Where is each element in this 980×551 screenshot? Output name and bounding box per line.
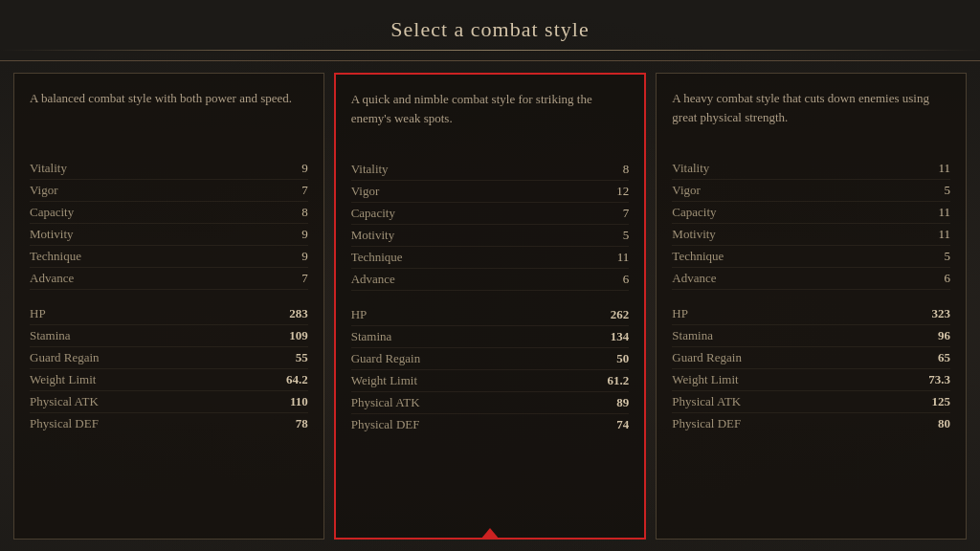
stat-row: Motivity 9	[30, 224, 308, 246]
card-description-balanced: A balanced combat style with both power …	[30, 89, 308, 139]
stat-value: 9	[301, 227, 308, 242]
stat-row: Physical DEF 78	[30, 413, 308, 434]
card-description-heavy: A heavy combat style that cuts down enem…	[672, 89, 950, 139]
stat-row: Vigor 5	[672, 180, 950, 202]
stat-name: Capacity	[351, 206, 395, 221]
stat-name: Technique	[672, 249, 724, 264]
stat-row: Advance 7	[30, 268, 308, 290]
stat-row: Vitality 8	[351, 159, 630, 181]
stat-value: 7	[623, 206, 630, 221]
stat-name: Technique	[30, 249, 81, 264]
stat-value: 8	[623, 162, 630, 177]
stat-name: Stamina	[351, 329, 392, 344]
stat-value: 7	[301, 271, 308, 286]
stat-value: 80	[938, 416, 950, 431]
card-nimble[interactable]: A quick and nimble combat style for stri…	[334, 73, 647, 540]
stat-row: Physical ATK 110	[30, 391, 308, 413]
stat-row: Stamina 134	[351, 326, 630, 348]
stat-name: Weight Limit	[351, 373, 417, 388]
stat-row: Advance 6	[351, 269, 630, 291]
page-header: Select a combat style	[0, 0, 980, 61]
stat-name: Stamina	[672, 328, 713, 343]
stat-row: HP 262	[351, 304, 630, 326]
stat-row: Motivity 5	[351, 225, 630, 247]
stat-row: Guard Regain 55	[30, 347, 308, 369]
header-divider	[0, 50, 980, 51]
stat-name: Motivity	[672, 227, 716, 242]
stat-name: Guard Regain	[351, 351, 421, 366]
stats-section-nimble: Vitality 8 Vigor 12 Capacity 7 Motivity …	[351, 159, 630, 435]
stat-name: Advance	[351, 272, 395, 287]
card-balanced[interactable]: A balanced combat style with both power …	[13, 73, 324, 540]
stat-name: Weight Limit	[672, 372, 738, 387]
stat-value: 109	[289, 328, 308, 343]
stat-value: 9	[301, 249, 308, 264]
stat-name: Physical ATK	[30, 394, 99, 409]
stats-divider	[672, 290, 950, 303]
card-heavy[interactable]: A heavy combat style that cuts down enem…	[656, 73, 967, 540]
stat-row: Vitality 9	[30, 158, 308, 180]
stat-value: 11	[938, 227, 950, 242]
stat-row: Physical DEF 74	[351, 414, 630, 435]
stat-value: 12	[616, 184, 629, 199]
stat-value: 323	[932, 306, 951, 321]
stat-name: HP	[351, 307, 368, 322]
stat-value: 50	[616, 351, 629, 366]
stat-row: Capacity 11	[672, 202, 950, 224]
stat-row: Physical ATK 89	[351, 392, 630, 414]
stat-row: Physical ATK 125	[672, 391, 950, 413]
stat-row: Weight Limit 64.2	[30, 369, 308, 391]
stat-name: Advance	[30, 271, 74, 286]
stat-row: Capacity 7	[351, 203, 630, 225]
stat-name: Motivity	[351, 228, 395, 243]
stat-row: HP 283	[30, 303, 308, 325]
stat-name: Technique	[351, 250, 403, 265]
stat-row: Weight Limit 73.3	[672, 369, 950, 391]
stat-name: Guard Regain	[672, 350, 742, 365]
stats-divider	[351, 291, 630, 304]
card-description-nimble: A quick and nimble combat style for stri…	[351, 90, 630, 140]
stat-value: 11	[938, 161, 950, 176]
page-title: Select a combat style	[0, 17, 980, 42]
page-wrapper: Select a combat style A balanced combat …	[0, 0, 980, 551]
stat-name: Capacity	[672, 205, 716, 220]
stat-value: 125	[932, 394, 951, 409]
stats-section-heavy: Vitality 11 Vigor 5 Capacity 11 Motivity…	[672, 158, 950, 434]
stat-name: Vitality	[672, 161, 709, 176]
stat-value: 78	[296, 416, 308, 431]
stat-value: 134	[611, 329, 630, 344]
stat-value: 11	[938, 205, 950, 220]
stat-name: Vitality	[30, 161, 67, 176]
stat-name: HP	[30, 306, 46, 321]
stat-value: 74	[616, 417, 629, 432]
stat-value: 6	[945, 271, 951, 286]
stat-name: Physical DEF	[351, 417, 420, 432]
stat-name: Weight Limit	[30, 372, 96, 387]
stat-row: Vitality 11	[672, 158, 950, 180]
stat-name: Physical ATK	[672, 394, 741, 409]
stat-name: Motivity	[30, 227, 74, 242]
stat-value: 262	[611, 307, 630, 322]
stat-row: Stamina 109	[30, 325, 308, 347]
stat-row: Technique 11	[351, 247, 630, 269]
stat-name: Stamina	[30, 328, 71, 343]
stat-name: Vitality	[351, 162, 389, 177]
stat-value: 8	[301, 205, 308, 220]
stat-row: Vigor 7	[30, 180, 308, 202]
stat-value: 61.2	[608, 373, 630, 388]
stat-value: 73.3	[928, 372, 950, 387]
stat-row: Weight Limit 61.2	[351, 370, 630, 392]
stat-value: 89	[616, 395, 629, 410]
cards-container: A balanced combat style with both power …	[0, 61, 980, 551]
stat-value: 65	[938, 350, 950, 365]
stat-row: HP 323	[672, 303, 950, 325]
stat-row: Vigor 12	[351, 181, 630, 203]
selected-indicator	[480, 528, 500, 540]
stat-value: 11	[617, 250, 630, 265]
stat-value: 5	[623, 228, 630, 243]
stat-row: Capacity 8	[30, 202, 308, 224]
stat-row: Physical DEF 80	[672, 413, 950, 434]
stat-row: Technique 5	[672, 246, 950, 268]
stat-row: Motivity 11	[672, 224, 950, 246]
stat-value: 283	[289, 306, 308, 321]
